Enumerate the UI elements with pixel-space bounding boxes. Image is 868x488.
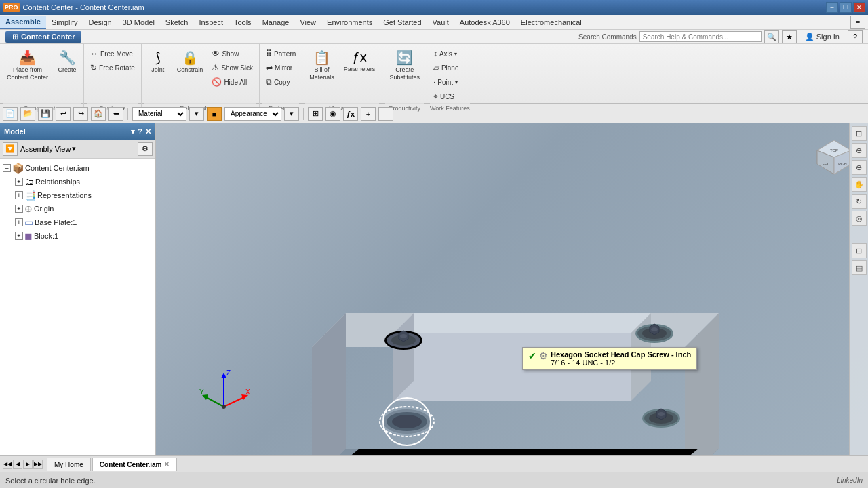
tree-expand-origin[interactable]: + [15,205,23,213]
plane-button[interactable]: ▱ Plane [430,61,462,75]
create-button[interactable]: 🔧 Create [54,47,81,77]
tree-expand-block[interactable]: + [15,232,23,240]
appearance-arrow[interactable]: ▾ [284,107,299,121]
ucs-button[interactable]: ⌖ UCS [430,89,462,103]
menu-inspect[interactable]: Inspect [193,16,228,28]
appearance-color[interactable]: ■ [207,107,222,121]
create-substitutes-button[interactable]: 🔄 CreateSubstitutes [385,47,424,84]
rotate-button[interactable]: ↻ [852,194,867,209]
zoom-in-button[interactable]: ⊕ [852,143,867,158]
zoom-out-button[interactable]: ⊖ [852,160,867,175]
save-button[interactable]: 💾 [38,107,53,121]
free-move-button[interactable]: ↔ Free Move [87,47,138,60]
tree-expand-relationships[interactable]: + [15,178,23,186]
viewport[interactable]: ✔ ⚙ Hexagon Socket Head Cap Screw - Inch… [156,123,868,455]
tree-item-root[interactable]: – 📦 Content Center.iam [0,161,155,175]
minimize-button[interactable]: – [826,2,838,13]
joint-button[interactable]: ⟆ Joint [144,47,172,77]
redo-button[interactable]: ↪ [73,107,88,121]
content-center-button[interactable]: ⊞ Content Center [5,31,81,43]
free-rotate-button[interactable]: ↻ Free Rotate [87,61,138,75]
menu-environments[interactable]: Environments [321,16,378,28]
mirror-label: Mirror [275,64,292,72]
menu-electromechanical[interactable]: Electromechanical [515,16,587,28]
look-at-button[interactable]: ◎ [852,211,867,226]
pan-button[interactable]: ✋ [852,177,867,192]
undo-button[interactable]: ↩ [56,107,71,121]
tab-content-center[interactable]: Content Center.iam ✕ [92,458,178,471]
plus-button[interactable]: + [361,107,376,121]
menu-tools[interactable]: Tools [229,16,257,28]
assembly-view-dropdown[interactable]: ▾ [72,144,76,153]
point-button[interactable]: · Point ▾ [430,75,462,89]
copy-button[interactable]: ⧉ Copy [262,75,299,89]
pattern-button[interactable]: ⠿ Pattern [262,47,299,60]
panel-settings-button[interactable]: ⚙ [138,142,153,156]
home-button[interactable]: 🏠 [91,107,106,121]
view-options-button[interactable]: ⊟ [852,243,867,258]
menu-assemble[interactable]: Assemble [0,16,46,29]
axis-dropdown[interactable]: ▾ [454,51,457,57]
toggle-display[interactable]: ⊞ [308,107,323,121]
tab-my-home[interactable]: My Home [47,458,91,471]
tree-label-root: Content Center.iam [25,164,90,172]
axis-button[interactable]: ↕ Axis ▾ [430,47,462,60]
tab-close-icon[interactable]: ✕ [164,461,170,468]
show-sick-button[interactable]: ⚠ Show Sick [208,61,256,75]
menu-view[interactable]: View [294,16,321,28]
fx-button[interactable]: ƒx [343,107,358,121]
ribbon-search-button[interactable]: 🔍 [764,30,779,43]
menu-design[interactable]: Design [83,16,117,28]
menu-vault[interactable]: Vault [427,16,454,28]
parameters-button[interactable]: ƒx Parameters [340,47,380,76]
tab-nav-prev[interactable]: ◀ [13,460,22,469]
tree-item-representations[interactable]: + 📑 Representations [0,188,155,202]
menu-getstarted[interactable]: Get Started [378,16,427,28]
menu-simplify[interactable]: Simplify [46,16,83,28]
tree-item-relationships[interactable]: + 🗂 Relationships [0,175,155,188]
material-arrow[interactable]: ▾ [189,107,204,121]
tree-item-block[interactable]: + ◼ Block:1 [0,229,155,243]
bill-of-materials-button[interactable]: 📋 Bill ofMaterials [305,47,338,84]
menu-manage[interactable]: Manage [257,16,295,28]
panel-help-icon[interactable]: ? [138,127,142,136]
mirror-button[interactable]: ⇌ Mirror [262,61,299,75]
tree-expand-baseplate[interactable]: + [15,218,23,226]
constrain-button[interactable]: 🔒 Constrain [173,47,208,77]
tree-expand-representations[interactable]: + [15,191,23,199]
ribbon-search-input[interactable] [639,31,762,42]
zoom-extents-button[interactable]: ⊡ [852,126,867,141]
hide-all-button[interactable]: 🚫 Hide All [208,75,256,89]
filter-button[interactable]: 🔽 [3,142,18,156]
show-button[interactable]: 👁 Show [208,47,256,60]
material-dropdown[interactable]: Material [132,107,186,121]
minus-button[interactable]: – [378,107,393,121]
panel-collapse-icon[interactable]: ▾ [131,127,135,136]
menu-sketch[interactable]: Sketch [160,16,194,28]
tab-nav-first[interactable]: ◀◀ [3,460,12,469]
tab-nav-last[interactable]: ▶▶ [33,460,43,469]
point-dropdown[interactable]: ▾ [455,79,458,85]
panel-close-icon[interactable]: ✕ [145,127,151,136]
appearance-dropdown[interactable]: Appearance [224,107,281,121]
render-button[interactable]: ◉ [326,107,340,121]
ribbon-fav-button[interactable]: ★ [782,30,797,43]
options-button[interactable]: ≡ [850,16,865,29]
nav-cube[interactable]: TOP LEFT RIGHT [814,137,854,178]
open-button[interactable]: 📂 [20,107,35,121]
close-button[interactable]: ✕ [853,2,865,13]
tree-item-baseplate[interactable]: + ▭ Base Plate:1 [0,216,155,229]
place-from-content-center-button[interactable]: 📥 Place fromContent Center [3,47,52,84]
menu-a360[interactable]: Autodesk A360 [454,16,515,28]
return-button[interactable]: ⬅ [108,107,123,121]
new-button[interactable]: 📄 [3,107,18,121]
section-view-button[interactable]: ▤ [852,260,867,275]
menu-3dmodel[interactable]: 3D Model [117,16,160,28]
tree-expand-root[interactable]: – [3,164,11,172]
restore-button[interactable]: ❐ [840,2,852,13]
tree-item-origin[interactable]: + ⊕ Origin [0,202,155,216]
tree-icon-root: 📦 [12,163,24,174]
help-button[interactable]: ? [848,30,863,43]
tab-nav-next[interactable]: ▶ [23,460,33,469]
signin-button[interactable]: 👤 Sign In [800,33,845,41]
